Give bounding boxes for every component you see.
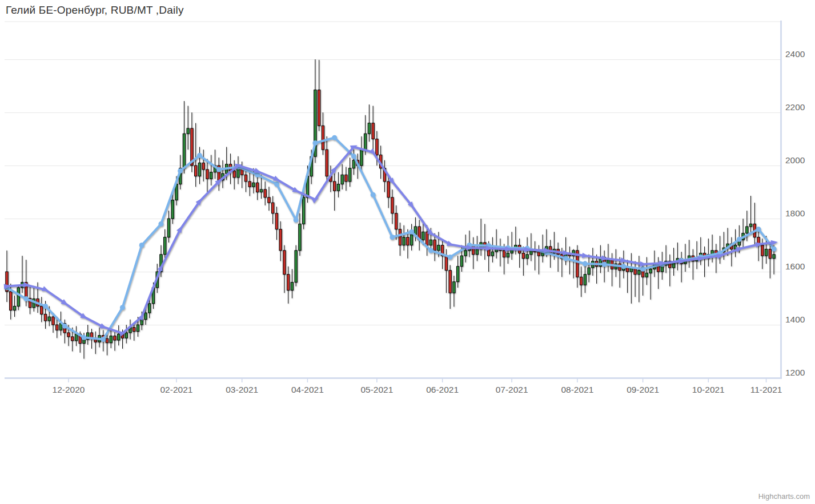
- candle-down: [56, 325, 58, 330]
- ma-marker-circle: [390, 235, 395, 240]
- y-tick-label: 1200: [785, 368, 805, 377]
- ma-marker-circle: [332, 135, 337, 140]
- candle-up: [476, 249, 478, 254]
- candle-down: [264, 189, 266, 197]
- candle-up: [410, 235, 412, 245]
- candle-down: [537, 252, 540, 256]
- y-tick-label: 1400: [785, 315, 805, 324]
- ma-marker-arrow: [640, 261, 647, 267]
- candle-up: [638, 271, 640, 275]
- candle-down: [769, 249, 771, 258]
- candle-down: [248, 182, 251, 187]
- candle-up: [75, 334, 77, 341]
- candle-down: [287, 275, 289, 291]
- candle-down: [580, 277, 582, 285]
- y-tick-label: 1600: [785, 261, 805, 271]
- x-tick-label: 02-2021: [160, 385, 193, 394]
- candle-down: [407, 237, 409, 245]
- candle-down: [472, 245, 474, 255]
- candle-up: [118, 334, 120, 340]
- ma-marker-circle: [274, 182, 279, 187]
- highcharts-credit[interactable]: Highcharts.com: [758, 492, 810, 501]
- candle-down: [114, 336, 116, 340]
- candle-up: [437, 245, 440, 251]
- x-tick-label: 06-2021: [426, 385, 459, 394]
- candle-down: [244, 175, 247, 182]
- ma-marker-circle: [772, 247, 777, 252]
- y-tick-label: 2400: [785, 49, 805, 59]
- candle-up: [167, 219, 170, 237]
- ma-marker-circle: [158, 221, 163, 227]
- candle-up: [422, 232, 424, 240]
- candle-down: [399, 229, 401, 245]
- x-tick-label: 11-2021: [750, 385, 782, 394]
- y-axis-labels: 1200140016001800200022002400: [785, 49, 805, 377]
- candle-up: [526, 255, 528, 259]
- candle-down: [283, 251, 286, 275]
- ma-marker-circle: [737, 237, 742, 242]
- ma-marker-circle: [756, 227, 761, 232]
- candle-up: [183, 134, 185, 168]
- y-tick-label: 2000: [785, 155, 805, 165]
- chart-container: 120014001600180020002200240012-202002-20…: [0, 0, 815, 504]
- ma-short-line: [5, 135, 777, 342]
- ma-marker-circle: [101, 337, 106, 342]
- ma-marker-arrow: [771, 239, 778, 245]
- candle-up: [260, 189, 262, 192]
- candle-down: [318, 90, 320, 126]
- candle-up: [148, 304, 151, 313]
- candle-up: [302, 197, 304, 224]
- candle-up: [360, 150, 363, 166]
- candle-down: [391, 197, 394, 213]
- x-tick-label: 05-2021: [360, 385, 393, 394]
- candle-down: [195, 166, 197, 176]
- candle-down: [275, 213, 278, 229]
- ma-marker-circle: [621, 264, 626, 269]
- candle-up: [237, 168, 239, 178]
- ma-marker-circle: [583, 261, 588, 267]
- candle-down: [271, 203, 274, 213]
- candles: [6, 59, 775, 359]
- candle-up: [125, 333, 127, 338]
- ma-marker-circle: [409, 229, 414, 235]
- x-tick-label: 09-2021: [627, 385, 659, 394]
- candle-down: [503, 251, 505, 257]
- candle-up: [746, 227, 748, 233]
- candle-down: [71, 337, 74, 341]
- candle-up: [144, 313, 147, 320]
- candle-up: [187, 128, 189, 134]
- price-chart[interactable]: 120014001600180020002200240012-202002-20…: [0, 0, 815, 504]
- x-tick-label: 04-2021: [291, 385, 324, 394]
- ma-marker-circle: [640, 267, 645, 272]
- candle-down: [268, 197, 270, 203]
- ma-marker-circle: [563, 256, 568, 261]
- ma-marker-circle: [23, 296, 29, 301]
- candle-up: [110, 336, 112, 343]
- candle-up: [13, 306, 15, 310]
- candle-down: [202, 163, 204, 170]
- chart-title: Гелий БЕ-Оренбург, RUB/MT ,Daily: [6, 4, 184, 17]
- ma-marker-circle: [62, 324, 67, 329]
- candle-down: [376, 139, 378, 155]
- ma-marker-circle: [43, 304, 48, 309]
- candle-up: [773, 255, 775, 259]
- candle-up: [17, 288, 19, 307]
- x-tick-label: 10-2021: [692, 385, 725, 394]
- y-tick-label: 2200: [785, 102, 805, 112]
- candle-up: [348, 168, 351, 182]
- ma-marker-circle: [312, 140, 318, 146]
- candle-up: [460, 256, 463, 267]
- candle-down: [445, 256, 447, 271]
- candle-up: [456, 267, 459, 282]
- candle-up: [341, 175, 343, 184]
- candle-down: [449, 271, 451, 293]
- x-axis-labels: 12-202002-202103-202104-202105-202106-20…: [53, 379, 782, 395]
- x-tick-label: 07-2021: [496, 385, 528, 394]
- y-tick-label: 1800: [785, 208, 805, 218]
- candle-down: [387, 182, 390, 197]
- candle-up: [48, 317, 50, 321]
- ma-marker-circle: [81, 335, 86, 340]
- candle-down: [44, 314, 46, 321]
- candle-up: [337, 184, 339, 191]
- candle-up: [584, 275, 586, 285]
